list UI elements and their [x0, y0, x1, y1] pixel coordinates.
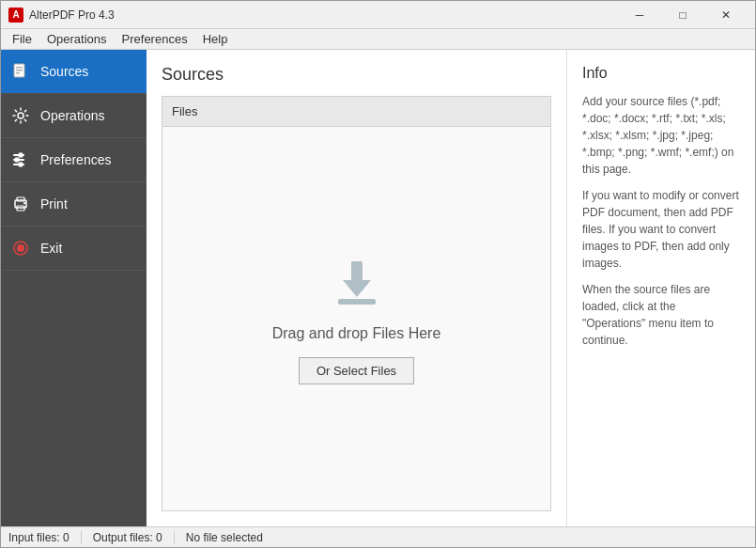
info-paragraph-2: If you want to modify or convert PDF doc…: [582, 187, 740, 272]
sidebar-item-sources[interactable]: Sources: [1, 50, 147, 94]
preferences-label: Preferences: [40, 152, 111, 167]
sidebar-item-print[interactable]: Print: [1, 182, 147, 227]
svg-rect-14: [23, 202, 25, 204]
svg-rect-1: [16, 67, 23, 69]
app-title: AlterPDF Pro 4.3: [29, 8, 618, 22]
svg-marker-18: [343, 280, 371, 297]
menu-help[interactable]: Help: [195, 30, 236, 48]
panel-title: Sources: [162, 65, 551, 85]
info-paragraph-3: When the source files are loaded, click …: [582, 281, 740, 349]
exit-icon: [10, 238, 31, 258]
drop-zone[interactable]: Drag and drop Files Here Or Select Files: [162, 126, 551, 511]
files-label: Files: [162, 96, 551, 126]
title-bar: A AlterPDF Pro 4.3 ─ □ ✕: [1, 1, 755, 29]
svg-point-4: [18, 113, 23, 118]
svg-rect-17: [351, 261, 363, 282]
sources-label: Sources: [40, 64, 88, 79]
status-divider-1: [81, 531, 82, 544]
info-panel: Info Add your source files (*.pdf; *.doc…: [567, 50, 755, 526]
svg-rect-2: [16, 70, 23, 71]
exit-label: Exit: [40, 241, 62, 256]
file-selected-status: No file selected: [186, 531, 263, 544]
info-title: Info: [582, 65, 740, 82]
main-container: Sources Operations: [1, 50, 755, 526]
print-label: Print: [40, 196, 68, 211]
info-text: Add your source files (*.pdf; *.doc; *.d…: [582, 93, 740, 349]
preferences-icon: [10, 149, 31, 170]
menu-file[interactable]: File: [5, 30, 39, 48]
menu-bar: File Operations Preferences Help: [1, 29, 755, 50]
menu-operations[interactable]: Operations: [39, 30, 115, 48]
operations-icon: [10, 105, 31, 126]
drop-text: Drag and drop Files Here: [272, 325, 441, 342]
svg-point-16: [17, 244, 24, 252]
status-divider-2: [174, 531, 175, 544]
sidebar-item-exit[interactable]: Exit: [1, 227, 147, 271]
select-files-button[interactable]: Or Select Files: [299, 357, 414, 384]
sources-panel: Sources Files Drag and drop Files Here O…: [147, 50, 567, 526]
svg-rect-3: [16, 72, 20, 74]
svg-rect-19: [338, 299, 376, 305]
content-area: Sources Files Drag and drop Files Here O…: [147, 50, 755, 526]
status-bar: Input files: 0 Output files: 0 No file s…: [1, 526, 755, 547]
print-icon: [10, 194, 31, 214]
output-files-status: Output files: 0: [93, 531, 162, 544]
app-icon: A: [8, 8, 23, 23]
sidebar: Sources Operations: [1, 50, 147, 526]
maximize-button[interactable]: □: [661, 1, 704, 29]
info-paragraph-1: Add your source files (*.pdf; *.doc; *.d…: [582, 93, 740, 178]
window-controls: ─ □ ✕: [618, 1, 748, 29]
menu-preferences[interactable]: Preferences: [115, 30, 195, 48]
drop-icon: [329, 254, 385, 310]
input-files-status: Input files: 0: [8, 531, 69, 544]
operations-label: Operations: [40, 108, 104, 123]
close-button[interactable]: ✕: [704, 1, 748, 29]
sidebar-item-operations[interactable]: Operations: [1, 94, 147, 138]
sources-icon: [10, 61, 31, 82]
sidebar-item-preferences[interactable]: Preferences: [1, 138, 147, 182]
minimize-button[interactable]: ─: [618, 1, 661, 29]
